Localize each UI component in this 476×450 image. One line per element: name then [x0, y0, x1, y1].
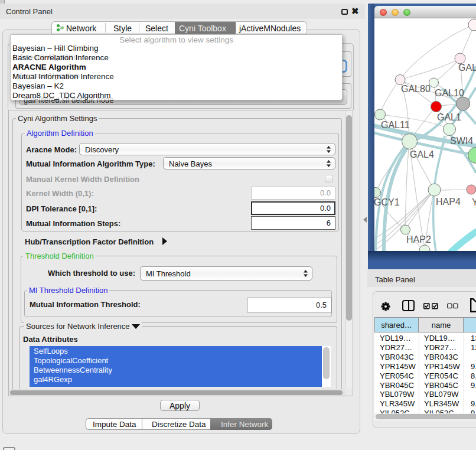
svg-text:Y: Y [472, 197, 476, 207]
svg-text:GAL11: GAL11 [381, 120, 410, 130]
svg-text:GAL1: GAL1 [437, 112, 461, 122]
svg-text:GAL10: GAL10 [435, 88, 464, 98]
svg-text:GAL80: GAL80 [401, 84, 431, 94]
svg-text:GAL4: GAL4 [410, 149, 434, 159]
svg-text:HAP2: HAP2 [406, 234, 431, 244]
svg-text:GAL7: GAL7 [458, 63, 476, 73]
svg-text:SWI4: SWI4 [450, 136, 473, 146]
svg-text:GCY1: GCY1 [374, 197, 400, 207]
svg-text:HAP4: HAP4 [436, 197, 461, 207]
